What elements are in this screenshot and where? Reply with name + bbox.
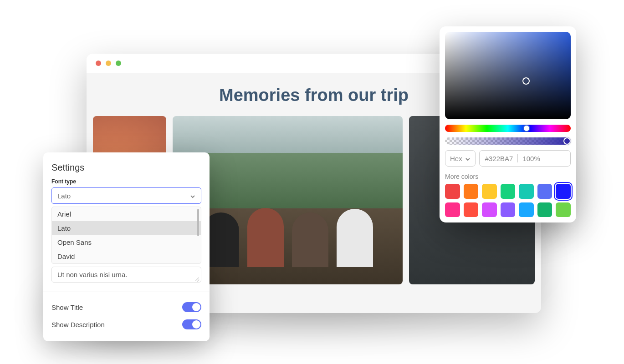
color-picker-panel: Hex #322BA7 100% More colors (440, 26, 576, 222)
description-value: Ut non varius nisi urna. (57, 271, 127, 278)
window-close-icon[interactable] (96, 61, 101, 66)
hex-value: #322BA7 (485, 155, 513, 162)
resize-handle-icon[interactable] (195, 276, 199, 281)
settings-panel: Settings Font type Lato Ariel Lato Open … (43, 152, 210, 341)
font-type-dropdown: Ariel Lato Open Sans David (51, 207, 201, 264)
font-type-label: Font type (51, 178, 201, 185)
color-swatch[interactable] (464, 184, 479, 199)
color-swatch[interactable] (519, 202, 534, 217)
alpha-cursor-icon[interactable] (563, 137, 571, 145)
show-title-label: Show Title (51, 303, 83, 311)
chevron-down-icon (190, 193, 195, 198)
font-option-open-sans[interactable]: Open Sans (52, 235, 201, 249)
font-option-lato[interactable]: Lato (52, 221, 201, 235)
hue-cursor-icon[interactable] (523, 125, 530, 132)
divider (517, 154, 518, 162)
font-option-david[interactable]: David (52, 249, 201, 263)
alpha-slider[interactable] (445, 137, 571, 145)
color-swatch[interactable] (482, 202, 497, 217)
color-swatch[interactable] (556, 202, 571, 217)
color-swatches (445, 184, 571, 217)
saturation-value-field[interactable] (445, 32, 571, 119)
color-swatch[interactable] (445, 202, 460, 217)
font-type-selected-value: Lato (57, 192, 71, 200)
color-swatch[interactable] (519, 184, 534, 199)
color-swatch[interactable] (537, 202, 552, 217)
more-colors-label: More colors (445, 173, 571, 180)
color-swatch[interactable] (537, 184, 552, 199)
description-textarea[interactable]: Ut non varius nisi urna. (51, 267, 201, 283)
color-hex-input[interactable]: #322BA7 100% (479, 150, 571, 167)
font-option-ariel[interactable]: Ariel (52, 207, 201, 221)
color-swatch[interactable] (556, 184, 571, 199)
show-description-label: Show Description (51, 321, 105, 329)
show-description-toggle[interactable] (182, 319, 201, 329)
color-swatch[interactable] (464, 202, 479, 217)
sv-cursor-icon[interactable] (522, 77, 530, 85)
color-swatch[interactable] (501, 202, 516, 217)
window-maximize-icon[interactable] (116, 61, 121, 66)
chevron-down-icon (465, 156, 471, 161)
dropdown-scrollbar[interactable] (197, 209, 199, 236)
color-swatch[interactable] (445, 184, 460, 199)
color-format-select[interactable]: Hex (445, 150, 476, 167)
divider (43, 292, 210, 292)
font-type-select[interactable]: Lato (51, 187, 201, 204)
window-minimize-icon[interactable] (106, 61, 111, 66)
alpha-value: 100% (522, 155, 540, 162)
settings-heading: Settings (51, 162, 201, 173)
color-swatch[interactable] (501, 184, 516, 199)
show-title-toggle[interactable] (182, 302, 201, 312)
hue-slider[interactable] (445, 125, 571, 132)
color-format-value: Hex (450, 155, 462, 162)
color-swatch[interactable] (482, 184, 497, 199)
